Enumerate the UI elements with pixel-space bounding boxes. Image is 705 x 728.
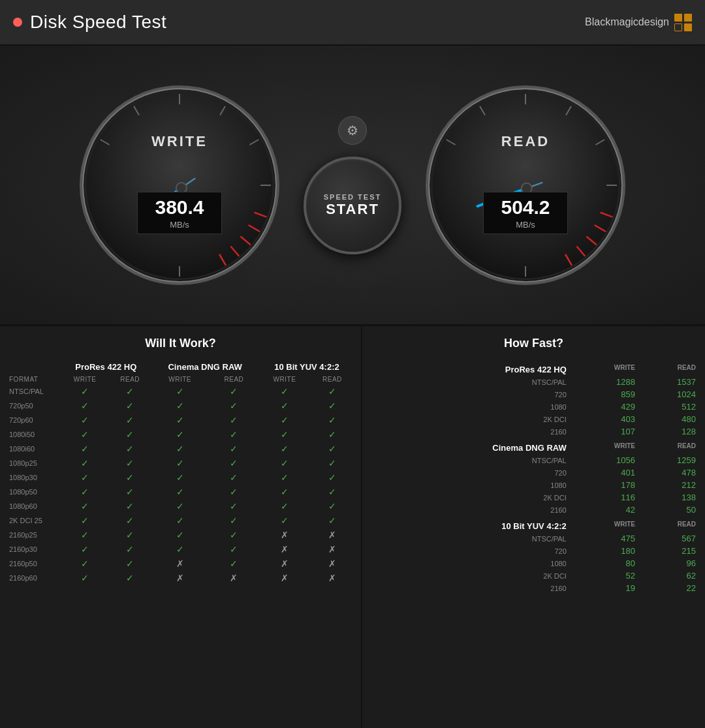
table-row: 2160p60✓✓✗✗✗✗ [7,571,354,585]
pr-write-header: WRITE [61,374,109,384]
tb-read-header: READ [310,374,354,384]
will-it-work-table: ProRes 422 HQ Cinema DNG RAW 10 Bit YUV … [7,359,354,585]
will-it-work-heading: Will It Work? [7,337,354,350]
table-row: 2K DCI 403 480 [369,413,698,425]
table-row: 1080p25✓✓✓✓✓✓ [7,456,354,470]
table-row: 720 859 1024 [369,388,698,401]
write-value-box: 380.4 MB/s [137,192,222,234]
speed-test-label: SPEED TEST [324,193,381,201]
brand-sq-1 [674,14,682,22]
fast-section-header: Cinema DNG RAWWRITEREAD [369,438,698,454]
table-row: 2160p30✓✓✓✓✗✗ [7,542,354,556]
table-row: 1080 178 212 [369,479,698,491]
read-value-box: 504.2 MB/s [483,192,568,234]
table-row: NTSC/PAL 1056 1259 [369,454,698,466]
fast-section-header: ProRes 422 HQWRITEREAD [369,359,698,376]
table-row: 720p50✓✓✓✓✓✓ [7,399,354,413]
brand-sq-4 [684,23,692,31]
center-controls: ⚙ SPEED TEST START [304,116,401,254]
title-left: Disk Speed Test [13,12,166,33]
pr-read-header: READ [109,374,151,384]
read-gauge: READ 504.2 MB/s [421,81,630,290]
how-fast-panel: How Fast? ProRes 422 HQWRITEREAD NTSC/PA… [362,326,705,728]
how-fast-heading: How Fast? [369,337,698,350]
brand-sq-3 [674,23,682,31]
table-row: 1080p30✓✓✓✓✓✓ [7,470,354,485]
write-label: WRITE [75,133,284,150]
tb-write-header: WRITE [259,374,310,384]
table-row: 1080p60✓✓✓✓✓✓ [7,499,354,513]
read-label: READ [421,133,630,150]
fast-section-header: 10 Bit YUV 4:2:2WRITEREAD [369,516,698,532]
close-button[interactable] [13,18,22,27]
how-fast-body: ProRes 422 HQWRITEREAD NTSC/PAL 1288 153… [369,359,698,594]
app-title: Disk Speed Test [30,12,166,33]
table-row: 2K DCI 116 138 [369,491,698,504]
table-row: NTSC/PAL 1288 1537 [369,376,698,388]
gauge-section: WRITE 380.4 MB/s ⚙ SPEED TEST START [0,46,705,326]
format-col-header: FORMAT [7,374,61,384]
settings-button[interactable]: ⚙ [338,116,367,145]
read-value: 504.2 [495,196,556,219]
read-gauge-svg [421,81,630,290]
title-bar: Disk Speed Test Blackmagicdesign [0,0,705,46]
table-row: 1080i50✓✓✓✓✓✓ [7,427,354,442]
write-value: 380.4 [149,196,210,219]
tenbit-header: 10 Bit YUV 4:2:2 [259,359,354,374]
will-it-work-body: NTSC/PAL✓✓✓✓✓✓720p50✓✓✓✓✓✓720p60✓✓✓✓✓✓10… [7,384,354,585]
will-it-work-panel: Will It Work? ProRes 422 HQ Cinema DNG R… [0,326,362,728]
table-row: 1080 80 96 [369,557,698,569]
table-row: 1080 429 512 [369,401,698,413]
table-row: 2160p50✓✓✗✓✗✗ [7,556,354,571]
table-row: 2160 107 128 [369,425,698,438]
brand-icon [674,14,692,31]
table-row: 2K DCI 25✓✓✓✓✓✓ [7,513,354,528]
start-button[interactable]: SPEED TEST START [304,157,401,254]
table-row: 720 180 215 [369,545,698,557]
table-row: 720p60✓✓✓✓✓✓ [7,413,354,427]
brand-name: Blackmagicdesign [585,16,669,28]
write-unit: MB/s [149,220,210,230]
read-unit: MB/s [495,220,556,230]
cinema-header: Cinema DNG RAW [151,359,259,374]
table-row: 2160 42 50 [369,504,698,516]
table-row: 2160 19 22 [369,582,698,594]
table-row: 720 401 478 [369,466,698,479]
table-row: 1080p50✓✓✓✓✓✓ [7,485,354,499]
table-row: 1080i60✓✓✓✓✓✓ [7,442,354,456]
table-row: NTSC/PAL✓✓✓✓✓✓ [7,384,354,399]
prores-header: ProRes 422 HQ [61,359,151,374]
write-gauge-svg [75,81,284,290]
write-gauge: WRITE 380.4 MB/s [75,81,284,290]
table-row: 2160p25✓✓✓✓✗✗ [7,528,354,542]
start-label: START [326,201,379,218]
cd-write-header: WRITE [151,374,208,384]
brand-sq-2 [684,14,692,22]
data-section: Will It Work? ProRes 422 HQ Cinema DNG R… [0,326,705,728]
brand-logo: Blackmagicdesign [585,14,692,31]
table-row: NTSC/PAL 475 567 [369,532,698,545]
how-fast-table: ProRes 422 HQWRITEREAD NTSC/PAL 1288 153… [369,359,698,594]
cd-read-header: READ [209,374,259,384]
table-row: 2K DCI 52 62 [369,569,698,582]
